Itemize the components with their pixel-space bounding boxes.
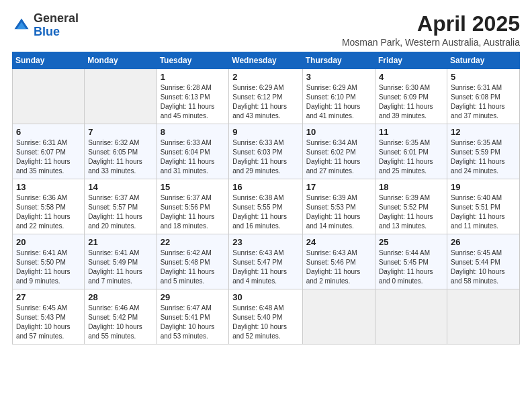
day-number: 1 xyxy=(161,72,226,82)
day-info: Sunrise: 6:46 AM Sunset: 5:42 PM Dayligh… xyxy=(88,304,152,341)
day-number: 5 xyxy=(451,72,516,82)
day-cell: 26Sunrise: 6:45 AM Sunset: 5:44 PM Dayli… xyxy=(447,234,519,289)
day-number: 10 xyxy=(306,127,371,137)
day-number: 29 xyxy=(161,292,226,302)
day-info: Sunrise: 6:43 AM Sunset: 5:47 PM Dayligh… xyxy=(232,248,298,286)
week-row-4: 20Sunrise: 6:41 AM Sunset: 5:50 PM Dayli… xyxy=(13,234,520,289)
day-number: 24 xyxy=(306,237,371,247)
logo-icon xyxy=(12,16,31,35)
day-number: 22 xyxy=(161,237,226,247)
day-info: Sunrise: 6:47 AM Sunset: 5:41 PM Dayligh… xyxy=(161,304,226,341)
day-info: Sunrise: 6:40 AM Sunset: 5:51 PM Dayligh… xyxy=(451,193,516,231)
day-cell: 23Sunrise: 6:43 AM Sunset: 5:47 PM Dayli… xyxy=(229,234,302,289)
week-row-1: 1Sunrise: 6:28 AM Sunset: 6:13 PM Daylig… xyxy=(13,69,520,124)
month-title: April 2025 xyxy=(342,12,520,36)
day-cell: 3Sunrise: 6:29 AM Sunset: 6:10 PM Daylig… xyxy=(302,69,375,124)
day-cell: 22Sunrise: 6:42 AM Sunset: 5:48 PM Dayli… xyxy=(157,234,229,289)
day-info: Sunrise: 6:45 AM Sunset: 5:44 PM Dayligh… xyxy=(451,248,516,286)
day-info: Sunrise: 6:41 AM Sunset: 5:49 PM Dayligh… xyxy=(88,248,152,286)
day-number: 19 xyxy=(451,182,516,192)
logo: General Blue xyxy=(12,12,79,39)
day-cell xyxy=(85,69,157,124)
day-info: Sunrise: 6:37 AM Sunset: 5:57 PM Dayligh… xyxy=(88,193,152,231)
day-info: Sunrise: 6:30 AM Sunset: 6:09 PM Dayligh… xyxy=(379,83,443,121)
day-number: 8 xyxy=(161,127,226,137)
day-info: Sunrise: 6:42 AM Sunset: 5:48 PM Dayligh… xyxy=(161,248,226,286)
day-info: Sunrise: 6:31 AM Sunset: 6:08 PM Dayligh… xyxy=(451,83,516,121)
day-number: 17 xyxy=(306,182,371,192)
day-cell: 20Sunrise: 6:41 AM Sunset: 5:50 PM Dayli… xyxy=(13,234,85,289)
day-cell: 15Sunrise: 6:37 AM Sunset: 5:56 PM Dayli… xyxy=(157,179,229,234)
day-number: 2 xyxy=(232,72,298,82)
day-number: 30 xyxy=(232,292,298,302)
day-info: Sunrise: 6:38 AM Sunset: 5:55 PM Dayligh… xyxy=(232,193,298,231)
day-info: Sunrise: 6:32 AM Sunset: 6:05 PM Dayligh… xyxy=(88,138,152,176)
calendar: SundayMondayTuesdayWednesdayThursdayFrid… xyxy=(12,52,520,345)
day-number: 28 xyxy=(88,292,152,302)
day-cell: 11Sunrise: 6:35 AM Sunset: 6:01 PM Dayli… xyxy=(375,124,447,179)
day-number: 7 xyxy=(88,127,152,137)
day-cell: 4Sunrise: 6:30 AM Sunset: 6:09 PM Daylig… xyxy=(375,69,447,124)
day-cell: 29Sunrise: 6:47 AM Sunset: 5:41 PM Dayli… xyxy=(157,289,229,345)
day-cell: 9Sunrise: 6:33 AM Sunset: 6:03 PM Daylig… xyxy=(229,124,302,179)
day-number: 12 xyxy=(451,127,516,137)
logo-general-text: General xyxy=(34,11,79,25)
day-number: 4 xyxy=(379,72,443,82)
day-info: Sunrise: 6:41 AM Sunset: 5:50 PM Dayligh… xyxy=(16,248,81,286)
day-cell: 18Sunrise: 6:39 AM Sunset: 5:52 PM Dayli… xyxy=(375,179,447,234)
page: General Blue April 2025 Mosman Park, Wes… xyxy=(0,0,532,411)
week-row-3: 13Sunrise: 6:36 AM Sunset: 5:58 PM Dayli… xyxy=(13,179,520,234)
logo-blue-text: Blue xyxy=(34,25,60,38)
day-info: Sunrise: 6:45 AM Sunset: 5:43 PM Dayligh… xyxy=(16,304,81,341)
day-number: 27 xyxy=(16,292,81,302)
day-cell xyxy=(302,289,375,345)
day-number: 3 xyxy=(306,72,371,82)
day-cell: 8Sunrise: 6:33 AM Sunset: 6:04 PM Daylig… xyxy=(157,124,229,179)
day-cell: 7Sunrise: 6:32 AM Sunset: 6:05 PM Daylig… xyxy=(85,124,157,179)
day-info: Sunrise: 6:36 AM Sunset: 5:58 PM Dayligh… xyxy=(16,193,81,231)
day-info: Sunrise: 6:35 AM Sunset: 6:01 PM Dayligh… xyxy=(379,138,443,176)
header: General Blue April 2025 Mosman Park, Wes… xyxy=(12,12,520,48)
day-info: Sunrise: 6:43 AM Sunset: 5:46 PM Dayligh… xyxy=(306,248,371,286)
title-block: April 2025 Mosman Park, Western Australi… xyxy=(342,12,520,48)
weekday-row: SundayMondayTuesdayWednesdayThursdayFrid… xyxy=(13,52,520,69)
day-cell: 1Sunrise: 6:28 AM Sunset: 6:13 PM Daylig… xyxy=(157,69,229,124)
day-cell: 30Sunrise: 6:48 AM Sunset: 5:40 PM Dayli… xyxy=(229,289,302,345)
weekday-header-friday: Friday xyxy=(375,52,447,69)
day-cell: 16Sunrise: 6:38 AM Sunset: 5:55 PM Dayli… xyxy=(229,179,302,234)
day-cell: 19Sunrise: 6:40 AM Sunset: 5:51 PM Dayli… xyxy=(447,179,519,234)
day-number: 9 xyxy=(232,127,298,137)
day-info: Sunrise: 6:35 AM Sunset: 5:59 PM Dayligh… xyxy=(451,138,516,176)
day-cell xyxy=(447,289,519,345)
day-number: 21 xyxy=(88,237,152,247)
day-number: 26 xyxy=(451,237,516,247)
day-info: Sunrise: 6:33 AM Sunset: 6:03 PM Dayligh… xyxy=(232,138,298,176)
day-cell: 17Sunrise: 6:39 AM Sunset: 5:53 PM Dayli… xyxy=(302,179,375,234)
day-info: Sunrise: 6:39 AM Sunset: 5:53 PM Dayligh… xyxy=(306,193,371,231)
day-cell: 28Sunrise: 6:46 AM Sunset: 5:42 PM Dayli… xyxy=(85,289,157,345)
day-number: 18 xyxy=(379,182,443,192)
day-number: 23 xyxy=(232,237,298,247)
week-row-5: 27Sunrise: 6:45 AM Sunset: 5:43 PM Dayli… xyxy=(13,289,520,345)
day-number: 20 xyxy=(16,237,81,247)
day-number: 11 xyxy=(379,127,443,137)
day-cell: 2Sunrise: 6:29 AM Sunset: 6:12 PM Daylig… xyxy=(229,69,302,124)
day-cell: 6Sunrise: 6:31 AM Sunset: 6:07 PM Daylig… xyxy=(13,124,85,179)
day-info: Sunrise: 6:29 AM Sunset: 6:10 PM Dayligh… xyxy=(306,83,371,121)
weekday-header-saturday: Saturday xyxy=(447,52,519,69)
day-number: 13 xyxy=(16,182,81,192)
day-cell: 13Sunrise: 6:36 AM Sunset: 5:58 PM Dayli… xyxy=(13,179,85,234)
day-number: 16 xyxy=(232,182,298,192)
day-info: Sunrise: 6:28 AM Sunset: 6:13 PM Dayligh… xyxy=(161,83,226,121)
day-info: Sunrise: 6:34 AM Sunset: 6:02 PM Dayligh… xyxy=(306,138,371,176)
calendar-header: SundayMondayTuesdayWednesdayThursdayFrid… xyxy=(13,52,520,69)
day-cell: 5Sunrise: 6:31 AM Sunset: 6:08 PM Daylig… xyxy=(447,69,519,124)
day-cell xyxy=(375,289,447,345)
day-cell: 12Sunrise: 6:35 AM Sunset: 5:59 PM Dayli… xyxy=(447,124,519,179)
weekday-header-thursday: Thursday xyxy=(302,52,375,69)
day-info: Sunrise: 6:31 AM Sunset: 6:07 PM Dayligh… xyxy=(16,138,81,176)
day-number: 6 xyxy=(16,127,81,137)
day-number: 14 xyxy=(88,182,152,192)
weekday-header-sunday: Sunday xyxy=(13,52,85,69)
day-info: Sunrise: 6:44 AM Sunset: 5:45 PM Dayligh… xyxy=(379,248,443,286)
